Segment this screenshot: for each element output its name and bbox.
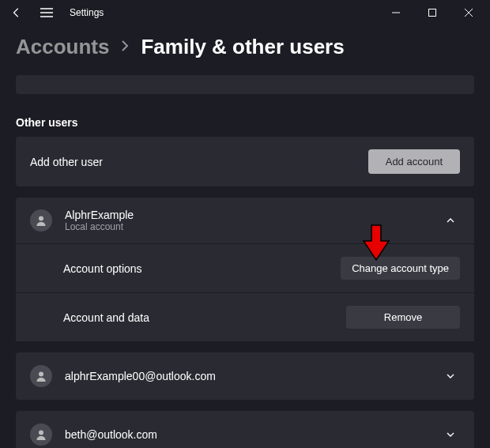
titlebar-left: Settings <box>3 1 378 24</box>
svg-point-3 <box>39 431 43 435</box>
user-name: AlphrExample <box>65 209 134 221</box>
breadcrumb-parent[interactable]: Accounts <box>16 35 109 59</box>
back-button[interactable] <box>3 1 30 24</box>
chevron-down-icon <box>441 367 460 386</box>
change-account-type-button[interactable]: Change account type <box>341 257 460 280</box>
user-info: alphrExample00@outlook.com <box>30 365 216 387</box>
user-subtitle: Local account <box>65 221 134 232</box>
add-user-card: Add other user Add account <box>16 137 474 186</box>
breadcrumb-current: Family & other users <box>141 35 344 59</box>
remove-button[interactable]: Remove <box>346 306 460 329</box>
user-card-expanded[interactable]: AlphrExample Local account <box>16 198 474 243</box>
maximize-button[interactable] <box>414 1 450 24</box>
content: Accounts Family & other users Other user… <box>0 25 490 448</box>
close-button[interactable] <box>450 1 487 24</box>
user-info: beth@outlook.com <box>30 424 157 446</box>
chevron-down-icon <box>441 425 460 444</box>
window-title: Settings <box>70 7 104 18</box>
user-email: beth@outlook.com <box>65 428 157 441</box>
section-heading: Other users <box>16 116 474 129</box>
add-user-label: Add other user <box>30 156 103 168</box>
svg-rect-0 <box>429 9 436 17</box>
hamburger-menu-button[interactable] <box>33 1 60 24</box>
account-options-row: Account options Change account type <box>16 243 474 292</box>
account-data-label: Account and data <box>63 311 149 324</box>
user-details: AlphrExample Local account <box>65 209 134 232</box>
avatar-icon <box>30 424 52 446</box>
avatar-icon <box>30 209 52 232</box>
chevron-right-icon <box>120 40 130 55</box>
account-options-label: Account options <box>63 262 142 275</box>
add-account-button[interactable]: Add account <box>368 149 460 174</box>
user-card-collapsed-1[interactable]: alphrExample00@outlook.com <box>16 352 474 400</box>
user-card-collapsed-2[interactable]: beth@outlook.com <box>16 411 474 448</box>
minimize-button[interactable] <box>378 1 414 24</box>
user-email: alphrExample00@outlook.com <box>65 370 216 382</box>
account-data-row: Account and data Remove <box>16 292 474 341</box>
titlebar: Settings <box>0 0 490 25</box>
breadcrumb: Accounts Family & other users <box>16 35 474 59</box>
svg-point-1 <box>39 216 43 221</box>
prior-card-edge <box>16 75 474 94</box>
window-controls <box>378 1 487 24</box>
svg-point-2 <box>39 372 43 377</box>
user-info: AlphrExample Local account <box>30 209 134 232</box>
chevron-up-icon <box>441 211 460 230</box>
avatar-icon <box>30 365 52 387</box>
